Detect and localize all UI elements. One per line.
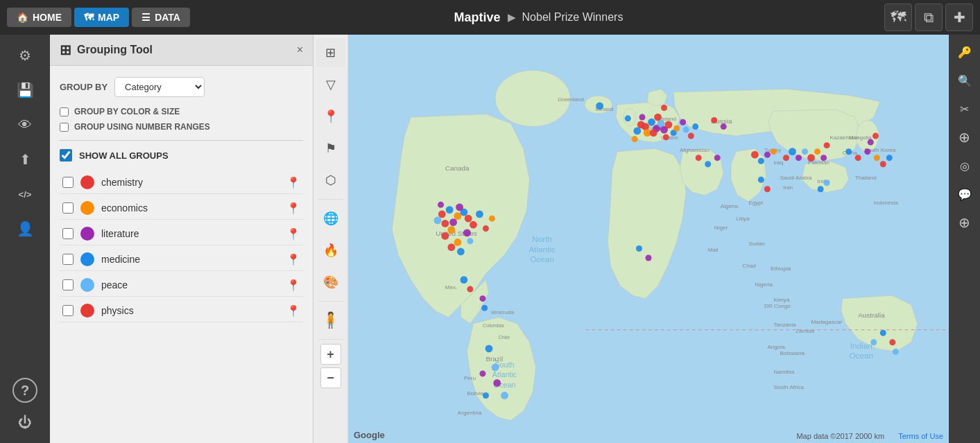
group-checkbox-economics[interactable] [62,202,74,214]
fire-button[interactable]: 🔥 [316,236,345,265]
group-pin-literature[interactable]: 📍 [286,227,300,241]
svg-point-116 [721,123,727,130]
svg-text:Ocean: Ocean [530,254,554,263]
svg-point-80 [483,225,489,232]
add-location-button[interactable]: ⊕ [952,209,978,236]
location-target-button[interactable]: ◎ [952,153,978,179]
preview-icon[interactable]: 👁 [10,110,40,140]
show-all-checkbox[interactable] [60,149,72,162]
svg-text:Indian: Indian [850,341,872,350]
svg-point-110 [688,133,694,139]
svg-point-85 [492,363,499,371]
chat-button[interactable]: 💬 [952,181,978,207]
svg-point-73 [441,232,449,240]
svg-point-105 [639,114,645,121]
nav-right: 🗺 ⧉ ✚ [884,3,973,31]
svg-point-107 [673,125,680,132]
map-container[interactable]: Canada United States Mex. Brazil Bolivia… [348,35,949,443]
svg-text:Angola: Angola [767,344,785,350]
svg-point-142 [870,339,877,345]
customize-button[interactable]: ⚑ [316,134,345,163]
grouping-tool-button[interactable]: ⊞ [316,38,345,67]
group-checkbox-medicine[interactable] [62,254,74,265]
group-item: physics 📍 [60,299,303,322]
svg-text:Iran: Iran [783,184,793,191]
map-toolbar: ⊞ ▽ 📍 ⚑ ⬡ 🌐 🔥 🎨 🧍 + − [313,35,348,443]
svg-point-62 [446,206,454,214]
info-icon[interactable]: ? [12,378,37,403]
number-ranges-checkbox[interactable] [60,123,69,132]
power-icon[interactable]: ⏻ [10,407,40,437]
group-checkbox-literature[interactable] [62,228,74,239]
group-by-select[interactable]: Category [114,77,205,97]
grouping-icon: ⊞ [60,42,71,58]
search-map-button[interactable]: 🔍 [952,67,978,94]
close-panel-button[interactable]: × [297,44,303,56]
map-svg: Canada United States Mex. Brazil Bolivia… [348,35,949,443]
group-pin-medicine[interactable]: 📍 [286,253,300,266]
group-item: literature 📍 [60,223,303,245]
tool-panel-title: ⊞ Grouping Tool [60,42,153,58]
group-checkbox-chemistry[interactable] [62,177,74,188]
svg-point-100 [633,127,641,134]
svg-point-79 [438,202,444,208]
svg-point-84 [485,345,493,352]
palette-button[interactable]: 🎨 [316,268,345,297]
group-pin-chemistry[interactable]: 📍 [286,176,300,189]
svg-point-120 [751,151,759,159]
globe-button[interactable]: 🌐 [316,204,345,233]
svg-point-136 [880,161,886,167]
svg-point-91 [481,305,488,311]
zoom-out-button[interactable]: − [320,367,341,388]
svg-text:Tanzania: Tanzania [773,322,796,328]
filter-button[interactable]: ▽ [316,70,345,99]
svg-point-146 [636,245,642,252]
settings-icon[interactable]: ⚙ [10,40,40,71]
map-nav-icon: 🗺 [84,12,94,23]
svg-point-104 [654,114,662,121]
map-label: MAP [98,12,119,23]
svg-point-135 [874,155,880,161]
street-view-button[interactable]: 🧍 [316,306,345,335]
legend-button[interactable]: 🔑 [952,39,978,65]
shape-button[interactable]: ⬡ [316,166,345,195]
svg-point-128 [807,154,815,162]
svg-point-70 [470,221,477,229]
zoom-to-button[interactable]: ⊕ [952,124,978,150]
layers-button[interactable]: ⧉ [915,3,943,31]
zoom-in-button[interactable]: + [320,344,341,365]
svg-point-129 [814,148,820,155]
code-icon[interactable]: </> [10,179,40,209]
data-button[interactable]: ☰ DATA [132,8,190,27]
clip-button[interactable]: ✂ [952,96,978,122]
svg-text:Iraq: Iraq [773,159,783,166]
svg-text:Venezuela: Venezuela [491,309,515,315]
terms-of-use-link[interactable]: Terms of Use [898,432,943,440]
add-person-button[interactable]: ✚ [945,3,973,31]
svg-point-64 [449,218,457,226]
map-view-button[interactable]: 🗺 [884,3,912,31]
svg-point-122 [764,152,771,158]
svg-text:Atlantic: Atlantic [528,245,556,254]
divider [60,140,303,141]
top-nav: 🏠 HOME 🗺 MAP ☰ DATA Maptive ▶ Nobel Priz… [0,0,980,35]
group-checkbox-physics[interactable] [62,305,74,316]
svg-text:DR Congo: DR Congo [764,303,791,309]
google-logo: Google [354,430,385,440]
save-icon[interactable]: 💾 [10,75,40,105]
group-checkbox-peace[interactable] [62,279,74,290]
map-button[interactable]: 🗺 MAP [74,8,129,27]
share-icon[interactable]: ⬆ [10,144,40,175]
pin-button[interactable]: 📍 [316,102,345,131]
svg-text:Botswana: Botswana [780,350,805,356]
group-pin-physics[interactable]: 📍 [286,304,300,318]
group-pin-peace[interactable]: 📍 [286,279,300,292]
svg-point-74 [454,238,461,246]
color-size-checkbox[interactable] [60,107,69,116]
group-pin-economics[interactable]: 📍 [286,202,300,215]
svg-text:Afghanistan: Afghanistan [680,147,710,153]
home-button[interactable]: 🏠 HOME [7,8,71,27]
group-color-dot [80,278,94,292]
group-name-physics: physics [101,305,280,316]
person-icon[interactable]: 👤 [10,214,40,244]
